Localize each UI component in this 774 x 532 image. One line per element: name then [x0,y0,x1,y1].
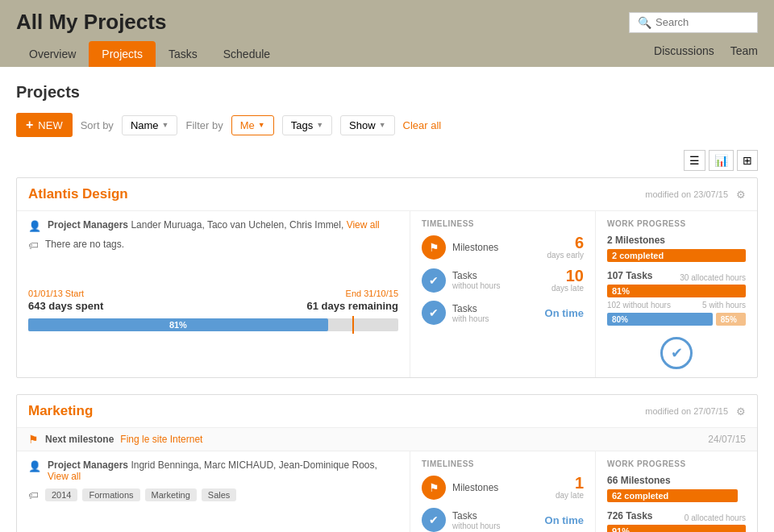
wp-tasks-bar: 81% [607,285,746,297]
tl-tasks2-sub: with hours [452,314,489,323]
timeliness-section: TIMELINESS ⚑ Milestones 1 day late ✔ Tas… [410,451,596,532]
tag-item[interactable]: Sales [202,488,237,501]
tl-row-tasks1: ✔ Tasks without hours 10 days late [422,268,584,293]
header-top: All My Projects 🔍 [16,10,758,35]
wp-tasks-title: 107 Tasks [607,270,653,281]
show-dropdown[interactable]: Show ▼ [340,115,394,135]
work-progress-label: WORK PROGRESS [607,219,746,228]
tl-row-milestones: ⚑ Milestones 1 day late [422,475,584,500]
project-duration: 643 days spent 61 days remaining [28,300,398,312]
nav-team[interactable]: Team [730,44,758,57]
wp-ms-bar: 2 completed [607,249,746,262]
gear-icon[interactable]: ⚙ [736,189,746,201]
view-all-link[interactable]: View all [347,219,380,231]
project-header: Marketing modified on 27/07/15 ⚙ [17,395,757,428]
tl-tasks1-sub: without hours [452,281,500,290]
nav-schedule[interactable]: Schedule [210,41,283,67]
tasks-check-circle: ✔ [660,337,693,369]
work-progress-label: WORK PROGRESS [607,459,746,468]
filter-me-dropdown[interactable]: Me ▼ [231,115,274,135]
project-dates: 01/01/13 Start End 31/10/15 [28,289,398,298]
view-all-link[interactable]: View all [48,471,81,482]
header: All My Projects 🔍 Overview Projects Task… [0,0,774,67]
plus-icon: + [26,118,33,132]
project-body: 👤 Project Managers Ingrid Benninga, Marc… [17,451,757,532]
managers-row: 👤 Project Managers Ingrid Benninga, Marc… [28,459,398,482]
managers-text: Project Managers Ingrid Benninga, Marc M… [48,459,398,482]
search-input[interactable] [655,16,752,28]
no-tags-label: There are no tags. [45,239,124,250]
project-modified: modified on 23/07/15 [645,189,728,199]
wp-milestones-title: 2 Milestones [607,235,746,246]
timeliness-label: TIMELINESS [422,219,584,228]
start-date: 01/01/13 Start [28,289,84,298]
wp-tasks-circle: ✔ [607,337,746,369]
tag-item[interactable]: Marketing [145,488,197,501]
nav-right: Discussions Team [654,44,758,64]
wp-tasks-title: 726 Tasks [607,510,653,522]
project-card-marketing: Marketing modified on 27/07/15 ⚙ ⚑ Next … [16,394,758,532]
progress-bar-container: 81% [28,318,398,331]
tasks-check-icon: ✔ [422,508,446,532]
search-box[interactable]: 🔍 [629,12,758,33]
progress-marker [352,316,354,334]
tl-milestones-label: Milestones [452,242,540,253]
days-spent: 643 days spent [28,300,103,312]
chevron-down-icon: ▼ [379,121,386,129]
nav: Overview Projects Tasks Schedule Discuss… [16,41,758,67]
tl-tasks1-sub: without hours [452,522,500,530]
tags-row: 🏷 2014 Formations Marketing Sales [28,488,398,501]
nav-discussions[interactable]: Discussions [654,44,714,57]
gear-icon[interactable]: ⚙ [736,405,746,418]
milestone-icon: ⚑ [422,476,446,500]
tags-row: 🏷 There are no tags. [28,239,398,251]
sort-name-dropdown[interactable]: Name ▼ [122,115,178,135]
project-card-atlantis: Atlantis Design modified on 23/07/15 ⚙ 👤… [16,177,758,378]
tags-list: 2014 Formations Marketing Sales [45,488,236,501]
nav-left: Overview Projects Tasks Schedule [16,41,283,67]
tl-tasks2-value: On time [545,308,584,318]
view-icons: ☰ 📊 ⊞ [16,150,758,171]
milestone-link[interactable]: Fing le site Internet [120,434,202,445]
work-progress-section: WORK PROGRESS 2 Milestones 2 completed 1… [596,211,757,377]
timeliness-label: TIMELINESS [422,459,584,468]
tl-milestones-label: Milestones [452,482,549,493]
tl-tasks1-label: Tasks [452,270,500,281]
tag-icon: 🏷 [28,489,39,501]
page-title: All My Projects [16,10,166,35]
clear-all-button[interactable]: Clear all [403,119,442,131]
tl-milestones-value: 6 [547,235,584,251]
managers-row: 👤 Project Managers Lander Muruaga, Taco … [28,219,398,232]
filter-by-label: Filter by [185,119,223,131]
project-name[interactable]: Atlantis Design [28,186,128,202]
milestone-row: ⚑ Next milestone Fing le site Internet 2… [17,428,757,451]
days-remaining: 61 days remaining [307,300,398,312]
project-modified: modified on 27/07/15 [645,406,728,416]
tl-row-tasks1: ✔ Tasks without hours On time [422,508,584,532]
tl-tasks1-label: Tasks [452,510,500,522]
tasks-check2-icon: ✔ [422,301,446,325]
project-header: Atlantis Design modified on 23/07/15 ⚙ [17,178,757,211]
tl-milestones-value: 1 [556,475,584,491]
tag-item[interactable]: Formations [82,488,139,501]
new-project-button[interactable]: + NEW [16,113,73,137]
tag-icon: 🏷 [28,239,39,251]
project-name[interactable]: Marketing [28,403,93,419]
chart-view-icon[interactable]: 📊 [709,150,734,171]
project-info: 👤 Project Managers Lander Muruaga, Taco … [17,211,410,377]
chevron-down-icon: ▼ [162,121,169,129]
end-date: End 31/10/15 [346,289,398,298]
wp-milestones-title: 66 Milestones [607,475,746,486]
tags-dropdown[interactable]: Tags ▼ [282,115,332,135]
tag-item[interactable]: 2014 [45,488,77,501]
progress-bar: 81% [28,318,328,331]
wp-tasks-sub1: 102 without hours [607,301,671,310]
next-milestone-label: Next milestone [45,434,114,445]
wp-bar-hours: 85% [716,313,746,326]
nav-tasks[interactable]: Tasks [156,41,210,67]
work-progress-section: WORK PROGRESS 66 Milestones 62 completed… [596,451,757,532]
list-view-icon[interactable]: ☰ [684,150,705,171]
nav-projects[interactable]: Projects [89,41,156,67]
grid-view-icon[interactable]: ⊞ [737,150,758,171]
nav-overview[interactable]: Overview [16,41,89,67]
